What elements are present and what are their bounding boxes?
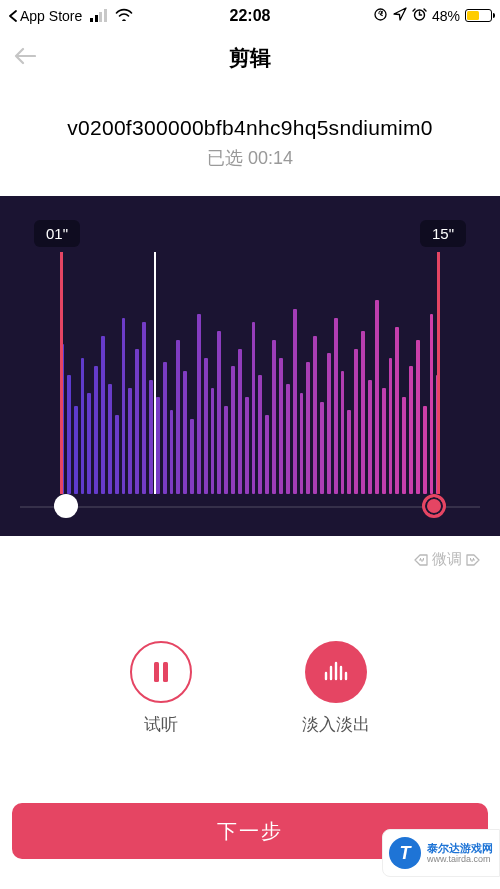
watermark-url: www.tairda.com <box>427 854 493 864</box>
page-title: 剪辑 <box>229 44 271 72</box>
pause-icon <box>151 660 171 684</box>
fine-tune-label: 微调 <box>432 550 462 569</box>
file-name: v0200f300000bfb4nhc9hq5sndiumim0 <box>14 116 486 140</box>
back-app-label: App Store <box>20 8 82 24</box>
preview-button[interactable] <box>130 641 192 703</box>
back-button[interactable] <box>14 47 36 69</box>
svg-rect-3 <box>163 662 168 682</box>
time-start-pill: 01" <box>34 220 80 247</box>
playhead[interactable] <box>154 252 156 494</box>
preview-label: 试听 <box>144 713 178 736</box>
orientation-lock-icon <box>373 7 388 25</box>
fade-wave-icon <box>322 661 350 683</box>
battery-icon <box>465 9 492 22</box>
watermark-logo-icon: T <box>389 837 421 869</box>
chevron-left-icon <box>8 10 18 22</box>
waveform-panel: 01" 15" <box>0 196 500 536</box>
title-bar: 剪辑 <box>0 28 500 88</box>
trim-handle-end[interactable] <box>422 494 446 518</box>
trim-handle-start[interactable] <box>54 494 78 518</box>
fade-label: 淡入淡出 <box>302 713 370 736</box>
waveform-area[interactable] <box>60 252 440 494</box>
fade-action: 淡入淡出 <box>302 641 370 736</box>
preview-action: 试听 <box>130 641 192 736</box>
watermark: T 泰尔达游戏网 www.tairda.com <box>382 829 500 877</box>
location-icon <box>393 7 407 24</box>
next-label: 下一步 <box>217 818 283 845</box>
fade-button[interactable] <box>305 641 367 703</box>
clock: 22:08 <box>230 7 271 25</box>
watermark-brand: 泰尔达游戏网 <box>427 842 493 855</box>
action-row: 试听 淡入淡出 <box>0 641 500 736</box>
alarm-icon <box>412 7 427 25</box>
chevron-left-tag-icon <box>414 553 428 567</box>
trim-track <box>20 506 480 508</box>
selected-duration: 已选 00:14 <box>14 146 486 170</box>
battery-percent: 48% <box>432 8 460 24</box>
back-arrow-icon <box>14 47 36 65</box>
waveform-bars <box>60 300 440 494</box>
cell-signal-icon <box>90 9 107 22</box>
file-info: v0200f300000bfb4nhc9hq5sndiumim0 已选 00:1… <box>0 88 500 174</box>
chevron-right-tag-icon <box>466 553 480 567</box>
back-to-app[interactable]: App Store <box>8 8 82 24</box>
selection-edge-left <box>60 252 63 494</box>
fine-tune-button[interactable]: 微调 <box>0 550 500 569</box>
selection-edge-right <box>437 252 440 494</box>
svg-rect-2 <box>154 662 159 682</box>
time-end-pill: 15" <box>420 220 466 247</box>
wifi-icon <box>115 7 133 24</box>
status-bar: App Store 22:08 48% <box>0 0 500 28</box>
